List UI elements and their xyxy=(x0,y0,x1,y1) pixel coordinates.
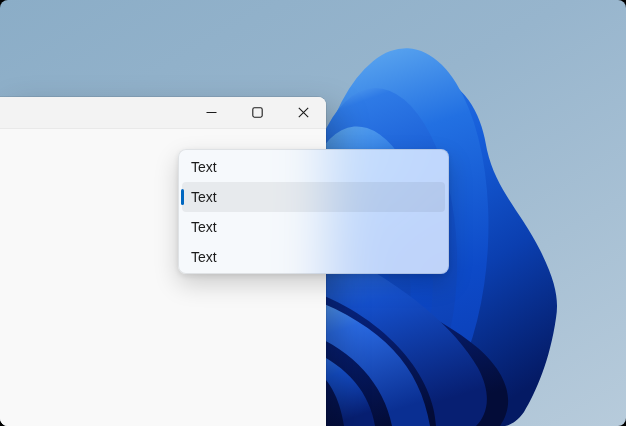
menu-item[interactable]: Text xyxy=(182,182,445,212)
menu-item-label: Text xyxy=(191,152,217,182)
menu-item-label: Text xyxy=(191,182,217,212)
window-titlebar xyxy=(0,97,326,129)
menu-item[interactable]: Text xyxy=(182,212,445,242)
close-button[interactable] xyxy=(280,97,326,128)
close-icon xyxy=(298,107,309,118)
minimize-button[interactable] xyxy=(188,97,234,128)
menu-item-label: Text xyxy=(191,212,217,242)
selection-indicator xyxy=(181,189,184,205)
dropdown-menu: Text Text Text Text xyxy=(178,149,449,274)
maximize-button[interactable] xyxy=(234,97,280,128)
menu-item-label: Text xyxy=(191,242,217,272)
maximize-icon xyxy=(252,107,263,118)
minimize-icon xyxy=(206,107,217,118)
menu-item[interactable]: Text xyxy=(182,242,445,272)
desktop: Text Text Text Text xyxy=(0,0,626,426)
menu-item[interactable]: Text xyxy=(182,152,445,182)
